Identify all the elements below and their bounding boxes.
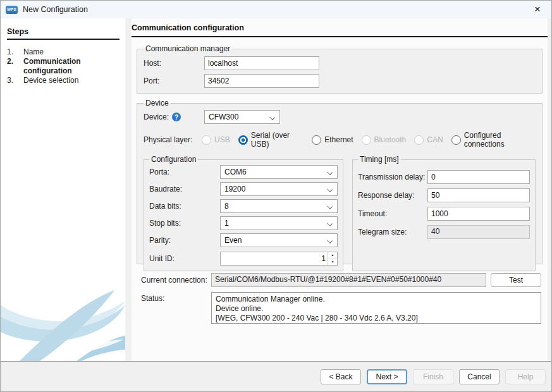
data-bits-select[interactable]: 8	[220, 199, 338, 213]
device-group: Device Device: ? CFW300 Physical layer:	[137, 99, 543, 264]
radio-circle	[202, 135, 211, 145]
radio-label: CAN	[427, 135, 443, 144]
radio-usb: USB	[202, 135, 230, 145]
steps-heading: Steps	[7, 27, 120, 40]
stop-bits-select[interactable]: 1	[220, 216, 338, 230]
host-input[interactable]	[204, 56, 319, 70]
current-connection-field: Serial/COM6/Modbus-RTU/@1#19200#8#1#EVEN…	[211, 273, 486, 287]
timing-legend: Timing [ms]	[358, 155, 401, 164]
radio-configured-connections[interactable]: Configured connections	[451, 131, 536, 149]
baudrate-label: Baudrate:	[149, 185, 220, 193]
unit-id-input[interactable]	[221, 252, 328, 265]
radio-can: CAN	[414, 135, 443, 145]
radio-label: Configured connections	[464, 131, 536, 149]
transmission-delay-label: Transmission delay:	[358, 173, 427, 181]
help-button: Help	[505, 369, 546, 384]
device-select-value: CFW300	[209, 113, 238, 121]
transmission-delay-input[interactable]	[427, 170, 530, 184]
configuration-legend: Configuration	[149, 155, 198, 164]
porta-select[interactable]: COM6	[220, 165, 338, 179]
radio-label: Bluetooth	[374, 135, 407, 144]
physical-layer-label: Physical layer:	[144, 135, 202, 144]
response-delay-label: Response delay:	[358, 191, 427, 200]
baudrate-select[interactable]: 19200	[220, 182, 338, 196]
chevron-down-icon	[327, 187, 333, 192]
stop-bits-select-value: 1	[224, 219, 229, 228]
communication-manager-group: Communication manager Host: Port:	[137, 44, 543, 94]
port-label: Port:	[144, 77, 204, 85]
weg-swoosh-watermark	[1, 266, 125, 361]
data-bits-select-value: 8	[224, 202, 229, 211]
chevron-down-icon	[327, 221, 333, 226]
stop-bits-label: Stop bits:	[149, 219, 220, 228]
configuration-group: Configuration Porta: COM6 Baudrate: 192	[144, 155, 343, 271]
step-label: Name	[23, 47, 112, 57]
main-panel: Communication configuration Communicatio…	[132, 18, 548, 361]
response-delay-input[interactable]	[427, 188, 530, 202]
timing-group: Timing [ms] Transmission delay: Response…	[352, 155, 536, 271]
parity-select-value: Even	[224, 236, 242, 245]
steps-list: 1. Name 2. Communication configuration 3…	[1, 47, 125, 85]
dialog-body: Steps 1. Name 2. Communication configura…	[1, 18, 551, 361]
radio-bluetooth: Bluetooth	[362, 135, 407, 145]
device-label: Device:	[144, 113, 169, 121]
title-bar: WPS New Configuration ×	[1, 1, 551, 19]
back-button[interactable]: < Back	[321, 369, 361, 384]
test-button[interactable]: Test	[491, 273, 541, 287]
chevron-down-icon	[327, 169, 333, 175]
parity-label: Parity:	[149, 236, 220, 245]
step-item-communication-configuration: 2. Communication configuration	[1, 57, 125, 76]
step-label: Device selection	[23, 76, 112, 85]
chevron-down-icon	[269, 114, 275, 120]
step-number: 1.	[1, 47, 23, 57]
spinner-down-icon[interactable]: ▼	[328, 259, 337, 266]
porta-select-value: COM6	[224, 168, 247, 176]
radio-circle	[414, 135, 424, 145]
help-icon[interactable]: ?	[172, 113, 181, 121]
step-label: Communication configuration	[23, 57, 112, 76]
finish-button: Finish	[413, 369, 453, 384]
timeout-label: Timeout:	[358, 209, 427, 218]
window-title: New Configuration	[23, 5, 88, 14]
chevron-down-icon	[327, 204, 333, 209]
data-bits-label: Data bits:	[149, 202, 220, 211]
communication-manager-legend: Communication manager	[144, 44, 232, 53]
chevron-down-icon	[327, 238, 333, 243]
step-number: 2.	[1, 57, 23, 76]
timeout-input[interactable]	[427, 207, 530, 221]
parity-select[interactable]: Even	[220, 233, 338, 247]
baudrate-select-value: 19200	[224, 185, 245, 193]
step-item-name: 1. Name	[1, 47, 125, 57]
wps-app-icon: WPS	[6, 6, 18, 14]
cancel-button[interactable]: Cancel	[459, 369, 500, 384]
port-input[interactable]	[204, 74, 319, 88]
telegram-size-label: Telegram size:	[358, 228, 427, 236]
spinner-up-icon[interactable]: ▲	[328, 252, 337, 259]
page-title: Communication configuration	[132, 23, 548, 32]
current-connection-label: Current connection:	[141, 276, 211, 285]
status-label: Status:	[141, 294, 211, 303]
radio-circle	[312, 135, 321, 145]
new-configuration-dialog: WPS New Configuration × Steps 1. Name 2.…	[0, 0, 552, 392]
porta-label: Porta:	[149, 168, 220, 176]
telegram-size-field: 40	[427, 225, 530, 239]
radio-label: Ethernet	[324, 135, 353, 144]
device-legend: Device	[144, 99, 171, 107]
steps-sidebar: Steps 1. Name 2. Communication configura…	[1, 18, 125, 361]
radio-serial-over-usb[interactable]: Serial (over USB)	[238, 131, 304, 149]
step-number: 3.	[1, 76, 23, 85]
spinner-buttons[interactable]: ▲ ▼	[328, 252, 337, 265]
close-icon[interactable]: ×	[530, 3, 545, 16]
wizard-footer: < Back Next > Finish Cancel Help	[1, 361, 551, 391]
radio-ethernet[interactable]: Ethernet	[312, 135, 353, 145]
next-button[interactable]: Next >	[367, 369, 407, 384]
header-rule	[132, 36, 548, 37]
device-select[interactable]: CFW300	[204, 110, 280, 124]
status-box: Communication Manager online. Device onl…	[211, 292, 541, 324]
status-line: [WEG, CFW300 200 - 240 Vac | 280 - 340 V…	[216, 314, 537, 323]
unit-id-label: Unit ID:	[149, 254, 220, 263]
unit-id-stepper[interactable]: ▲ ▼	[220, 252, 338, 266]
step-item-device-selection: 3. Device selection	[1, 76, 125, 85]
radio-label: USB	[214, 135, 230, 144]
host-label: Host:	[144, 59, 204, 68]
